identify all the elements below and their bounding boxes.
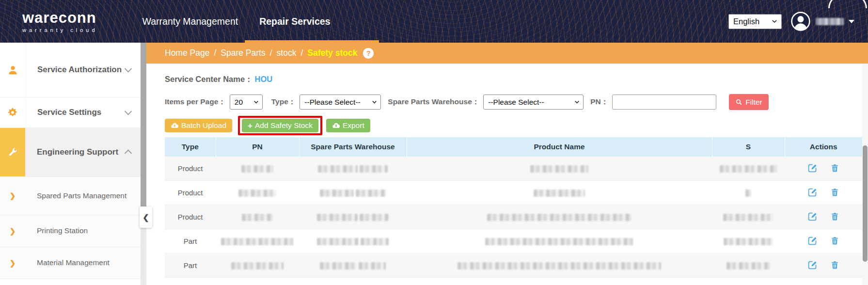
service-center-label: Service Center Name： <box>165 75 253 83</box>
redacted-text <box>359 262 386 269</box>
cell-type: Part <box>165 253 216 278</box>
sidebar-item-label: Engineering Support <box>25 128 141 176</box>
search-icon <box>735 98 742 106</box>
chevron-down-icon <box>771 18 778 25</box>
sidebar-subitem-label: Printing Station <box>25 225 141 237</box>
breadcrumb-stock[interactable]: stock <box>277 48 297 58</box>
delete-button[interactable] <box>830 188 839 198</box>
edit-icon <box>807 260 818 270</box>
sidebar-subitem-label: Spared Parts Management <box>25 190 141 202</box>
col-type: Type <box>165 137 216 157</box>
wrench-icon <box>8 147 18 158</box>
chevron-down-icon <box>371 99 378 105</box>
sidebar-item-service-settings[interactable]: Service Settings <box>0 97 141 128</box>
edit-button[interactable] <box>807 211 818 223</box>
edit-button[interactable] <box>807 260 818 271</box>
sidebar-item-engineering-support[interactable]: Engineering Support <box>0 128 141 177</box>
type-label: Type： <box>271 97 296 107</box>
help-glyph: ? <box>366 49 371 57</box>
logo-tagline: warranty cloud <box>22 28 98 33</box>
items-per-page-value: 20 <box>235 98 243 107</box>
cell-warehouse: 备品库22（HUB22） <box>299 278 407 285</box>
breadcrumb-safety-stock: Safety stock <box>307 48 357 58</box>
redacted-text <box>317 238 359 245</box>
sidebar-subitem-spared-parts-management[interactable]: ❯ Spared Parts Management <box>0 177 141 215</box>
redacted-text <box>485 238 633 245</box>
breadcrumb-separator: / <box>300 48 303 58</box>
redacted-text <box>360 214 389 221</box>
annotation-highlight-box: + Add Safety Stock <box>238 116 322 135</box>
export-label: Export <box>343 121 364 130</box>
redacted-text <box>458 262 661 269</box>
col-warehouse: Spare Parts Warehouse <box>299 137 407 157</box>
breadcrumb-spare-parts[interactable]: Spare Parts <box>221 48 265 58</box>
sidebar-item-service-authorization[interactable]: Service Authorization <box>0 43 141 97</box>
cell-type: Part <box>165 278 216 285</box>
redacted-text <box>241 165 273 173</box>
cell-pn: LA7346/96-26L-G <box>216 278 299 285</box>
table-row: Product <box>165 157 862 181</box>
edit-button[interactable] <box>807 187 818 199</box>
delete-button[interactable] <box>830 163 839 174</box>
cell-product-name: SSD E1.S NVME 2 2.4TB SAMSUNG PM1743 G <box>407 278 712 285</box>
safety-stock-table: Type PN Spare Parts Warehouse Product Na… <box>165 137 862 285</box>
pn-input[interactable] <box>612 95 716 110</box>
redacted-text <box>726 262 770 269</box>
add-safety-stock-button[interactable]: + Add Safety Stock <box>242 119 318 132</box>
service-center-value: HOU <box>255 75 273 83</box>
sidebar-subitem-printing-station[interactable]: ❯ Printing Station <box>0 215 141 247</box>
page-scrollbar[interactable] <box>862 63 868 285</box>
items-per-page-select[interactable]: 20 <box>230 95 263 110</box>
user-menu[interactable] <box>790 11 854 32</box>
delete-button[interactable] <box>830 236 839 247</box>
cell-type: Product <box>165 157 216 181</box>
sidebar-scrollbar[interactable] <box>141 43 146 285</box>
table-row: Part <box>165 229 862 253</box>
redacted-text <box>487 214 631 221</box>
avatar-icon <box>790 11 811 32</box>
main-content: Service Center Name：HOU Items per Page： … <box>146 63 862 285</box>
type-select[interactable]: --Please Select-- <box>300 95 381 110</box>
page-scrollbar-thumb[interactable] <box>863 145 868 262</box>
edit-icon <box>807 211 818 222</box>
col-actions: Actions <box>785 137 862 157</box>
sidebar-scrollbar-thumb[interactable] <box>141 43 146 228</box>
redacted-text <box>242 214 273 221</box>
redacted-text <box>534 190 585 197</box>
edit-button[interactable] <box>807 163 818 174</box>
warehouse-select[interactable]: --Please Select-- <box>483 95 584 110</box>
redacted-text <box>720 165 777 173</box>
redacted-text <box>317 214 358 221</box>
upload-cloud-icon <box>171 122 179 130</box>
redacted-text <box>745 190 751 197</box>
delete-button[interactable] <box>830 260 839 271</box>
breadcrumb: Home Page / Spare Parts / stock / Safety… <box>146 43 868 63</box>
sidebar-subitem-material-management[interactable]: ❯ Material Management <box>0 247 141 279</box>
delete-button[interactable] <box>830 212 839 222</box>
export-button[interactable]: Export <box>326 119 370 132</box>
redacted-text <box>723 214 773 221</box>
logo[interactable]: wareconn warranty cloud <box>22 10 98 33</box>
breadcrumb-home-page[interactable]: Home Page <box>165 48 209 58</box>
logo-brand: wareconn <box>22 10 96 25</box>
cell-s: Defect Rate/M <box>712 278 785 285</box>
language-select[interactable]: English <box>728 14 782 29</box>
help-icon[interactable]: ? <box>363 48 374 59</box>
cell-type: Part <box>165 229 216 253</box>
breadcrumb-separator: / <box>270 48 272 58</box>
nav-warranty-management[interactable]: Warranty Management <box>142 0 238 43</box>
cloud-icon <box>828 0 867 8</box>
redacted-text <box>361 238 389 245</box>
col-pn: PN <box>216 137 299 157</box>
col-s: S <box>712 137 785 157</box>
warehouse-label: Spare Parts Warehouse： <box>388 97 479 107</box>
nav-repair-services[interactable]: Repair Services <box>259 0 330 43</box>
sidebar-collapse-button[interactable]: ❮ <box>140 206 152 228</box>
redacted-text <box>320 262 357 269</box>
redacted-text <box>318 165 358 173</box>
trash-icon <box>830 163 839 173</box>
batch-upload-button[interactable]: Batch Upload <box>165 119 232 132</box>
filter-button[interactable]: Filter <box>729 94 768 110</box>
top-nav: Warranty Management Repair Services <box>142 0 331 43</box>
edit-button[interactable] <box>807 236 818 247</box>
